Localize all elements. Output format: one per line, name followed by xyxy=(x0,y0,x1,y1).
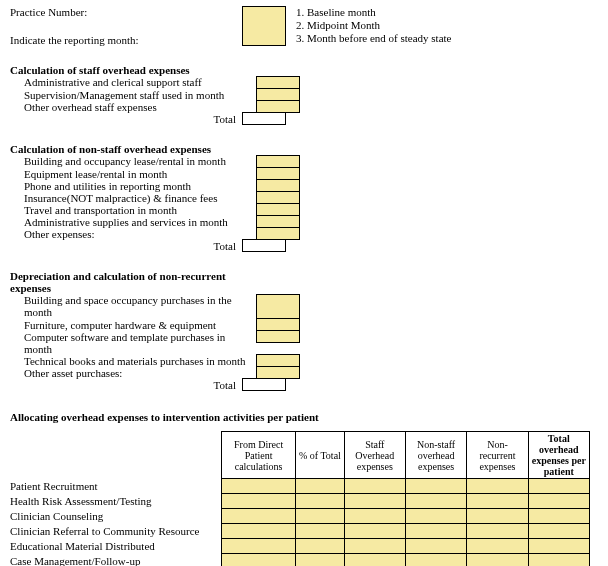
alloc-r0-c4[interactable] xyxy=(467,479,528,494)
s3-item-1: Furniture, computer hardware & equipment xyxy=(10,319,256,331)
alloc-r4-c4[interactable] xyxy=(467,539,528,554)
s1-total-label: Total xyxy=(10,113,242,125)
alloc-r4-c2[interactable] xyxy=(344,539,405,554)
alloc-r0-c5[interactable] xyxy=(528,479,589,494)
alloc-r4-c3[interactable] xyxy=(405,539,466,554)
s1-item-1: Supervision/Management staff used in mon… xyxy=(10,89,256,101)
section2-title: Calculation of non-staff overhead expens… xyxy=(10,143,598,155)
alloc-r3-c2[interactable] xyxy=(344,524,405,539)
alloc-title: Allocating overhead expenses to interven… xyxy=(10,411,598,423)
practice-number-input[interactable] xyxy=(242,6,286,46)
alloc-row-2: Clinician Counseling xyxy=(10,509,221,524)
s3-total-cell xyxy=(242,378,286,391)
s3-item-4: Other asset purchases: xyxy=(10,367,256,379)
s2-item-6: Other expenses: xyxy=(10,228,256,240)
s1-item-2: Other overhead staff expenses xyxy=(10,101,256,113)
alloc-r3-c4[interactable] xyxy=(467,524,528,539)
s2-item-5: Administrative supplies and services in … xyxy=(10,216,256,228)
s2-total-cell xyxy=(242,239,286,252)
alloc-r4-c1[interactable] xyxy=(296,539,344,554)
alloc-header-1: % of Total xyxy=(296,432,344,479)
s2-item-4: Travel and transportation in month xyxy=(10,204,256,216)
alloc-r1-c0[interactable] xyxy=(221,494,295,509)
alloc-header-blank xyxy=(10,432,221,479)
alloc-header-5: Total overhead expenses per patient xyxy=(528,432,589,479)
alloc-row-1: Health Risk Assessment/Testing xyxy=(10,494,221,509)
alloc-r0-c0[interactable] xyxy=(221,479,295,494)
s2-item-1: Equipment lease/rental in month xyxy=(10,168,256,180)
top-block: Practice Number: Indicate the reporting … xyxy=(10,6,598,46)
note-2: 2. Midpoint Month xyxy=(296,19,451,32)
alloc-r2-c1[interactable] xyxy=(296,509,344,524)
alloc-r1-c2[interactable] xyxy=(344,494,405,509)
alloc-r0-c2[interactable] xyxy=(344,479,405,494)
s3-total-label: Total xyxy=(10,379,242,391)
alloc-r5-c2[interactable] xyxy=(344,554,405,567)
alloc-row-0: Patient Recruitment xyxy=(10,479,221,494)
alloc-r5-c3[interactable] xyxy=(405,554,466,567)
s2-total-label: Total xyxy=(10,240,242,252)
alloc-r2-c2[interactable] xyxy=(344,509,405,524)
alloc-r4-c5[interactable] xyxy=(528,539,589,554)
alloc-r2-c0[interactable] xyxy=(221,509,295,524)
alloc-table: From Direct Patient calculations % of To… xyxy=(10,431,590,566)
section3-title: Depreciation and calculation of non-recu… xyxy=(10,270,242,294)
alloc-r5-c1[interactable] xyxy=(296,554,344,567)
alloc-r4-c0[interactable] xyxy=(221,539,295,554)
alloc-header-4: Non-recurrent expenses xyxy=(467,432,528,479)
alloc-row-4: Educational Material Distributed xyxy=(10,539,221,554)
s3-input-0[interactable] xyxy=(256,294,300,319)
reporting-month-notes: 1. Baseline month 2. Midpoint Month 3. M… xyxy=(296,6,451,46)
s1-total-cell xyxy=(242,112,286,125)
practice-number-label: Practice Number: xyxy=(10,6,242,18)
s1-item-0: Administrative and clerical support staf… xyxy=(10,76,256,89)
alloc-r5-c5[interactable] xyxy=(528,554,589,567)
alloc-r3-c0[interactable] xyxy=(221,524,295,539)
note-1: 1. Baseline month xyxy=(296,6,451,19)
alloc-r5-c4[interactable] xyxy=(467,554,528,567)
alloc-r3-c3[interactable] xyxy=(405,524,466,539)
reporting-month-label: Indicate the reporting month: xyxy=(10,34,242,46)
alloc-row-3: Clinician Referral to Community Resource xyxy=(10,524,221,539)
s3-input-2[interactable] xyxy=(256,330,300,343)
section1-title: Calculation of staff overhead expenses xyxy=(10,64,598,76)
s3-item-2: Computer software and template purchases… xyxy=(10,331,256,355)
alloc-r2-c5[interactable] xyxy=(528,509,589,524)
note-3: 3. Month before end of steady state xyxy=(296,32,451,45)
alloc-r1-c4[interactable] xyxy=(467,494,528,509)
alloc-r2-c3[interactable] xyxy=(405,509,466,524)
alloc-row-5: Case Management/Follow-up xyxy=(10,554,221,567)
s2-item-3: Insurance(NOT malpractice) & finance fee… xyxy=(10,192,256,204)
alloc-r1-c5[interactable] xyxy=(528,494,589,509)
s3-item-0: Building and space occupancy purchases i… xyxy=(10,294,256,319)
alloc-header-0: From Direct Patient calculations xyxy=(221,432,295,479)
alloc-r0-c3[interactable] xyxy=(405,479,466,494)
alloc-r0-c1[interactable] xyxy=(296,479,344,494)
alloc-header-3: Non-staff overhead expenses xyxy=(405,432,466,479)
alloc-r3-c1[interactable] xyxy=(296,524,344,539)
alloc-r1-c1[interactable] xyxy=(296,494,344,509)
s3-item-3: Technical books and materials purchases … xyxy=(10,355,256,367)
s2-item-2: Phone and utilities in reporting month xyxy=(10,180,256,192)
alloc-r5-c0[interactable] xyxy=(221,554,295,567)
alloc-r2-c4[interactable] xyxy=(467,509,528,524)
s2-item-0: Building and occupancy lease/rental in m… xyxy=(10,155,256,168)
alloc-r1-c3[interactable] xyxy=(405,494,466,509)
alloc-header-2: Staff Overhead expenses xyxy=(344,432,405,479)
alloc-r3-c5[interactable] xyxy=(528,524,589,539)
